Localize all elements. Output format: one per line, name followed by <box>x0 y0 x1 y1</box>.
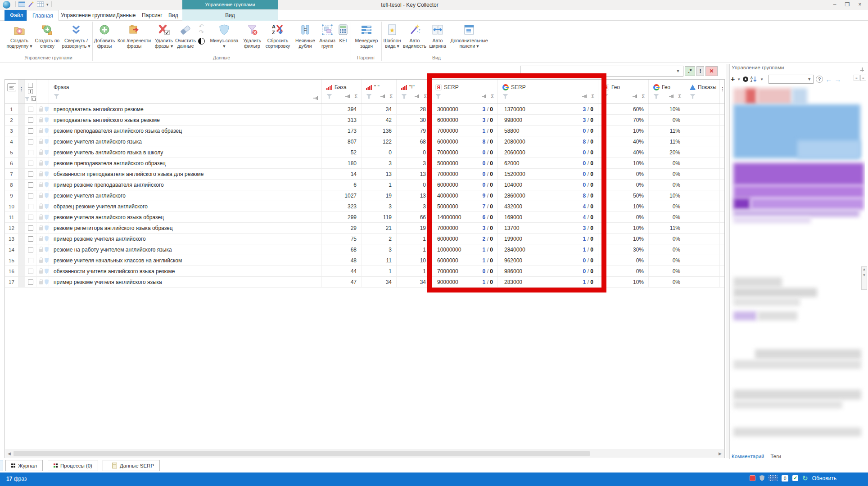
filter-funnel-icon[interactable] <box>326 94 332 99</box>
row-checkbox[interactable] <box>28 128 33 134</box>
base-header-cell[interactable]: База Σ <box>322 80 362 104</box>
row-checkbox[interactable] <box>28 215 33 220</box>
tab-home[interactable]: Главная <box>27 10 59 21</box>
row-checkbox[interactable] <box>28 107 33 112</box>
back-arrow-icon[interactable]: ← <box>825 76 832 83</box>
filter-funnel-icon[interactable] <box>603 94 609 99</box>
view-template-button[interactable]: ★ Шаблон вида ▾ <box>383 22 402 49</box>
refresh-button[interactable]: Обновить <box>812 475 836 482</box>
table-row[interactable]: 7обязанности преподавателя английского я… <box>5 169 724 180</box>
table-row[interactable]: 1преподаватель английского резюме3943428… <box>5 104 724 115</box>
regex-filter-button[interactable]: .* <box>685 66 695 76</box>
create-subgroup-button[interactable]: Создать подгруппу ▾ <box>5 22 33 49</box>
auto-width-button[interactable]: Авто ширина <box>428 22 448 49</box>
collapsed-tab-stub[interactable] <box>0 460 3 471</box>
task-manager-button[interactable]: Менеджер задач <box>353 22 380 49</box>
row-checkbox[interactable] <box>28 171 33 177</box>
table-row[interactable]: 9резюме учителя английского1027191340000… <box>5 190 724 201</box>
tab-serp-data[interactable]: Данные SERP <box>103 460 160 471</box>
scroll-right-icon[interactable]: ▶ <box>716 450 724 457</box>
add-group-button[interactable]: + <box>731 75 735 83</box>
sum-icon[interactable]: Σ <box>678 94 681 99</box>
row-checkbox[interactable] <box>28 236 33 242</box>
quick-access-dropdown-icon[interactable]: ▾ <box>46 2 49 7</box>
kei-button[interactable]: KEI <box>337 22 349 43</box>
redo-icon[interactable]: ↷ <box>199 29 204 35</box>
row-checkbox[interactable] <box>28 139 33 144</box>
filter-funnel-icon[interactable] <box>435 94 441 99</box>
quotes-header-cell[interactable]: " " Σ <box>362 80 397 104</box>
chevron-down-icon[interactable]: ▼ <box>760 77 764 81</box>
chevron-down-icon[interactable]: ▼ <box>807 77 811 81</box>
table-row[interactable]: 13пример резюме учителя английского75216… <box>5 234 724 244</box>
maximize-icon[interactable]: ❐ <box>841 0 854 9</box>
group-analysis-button[interactable]: Анализ групп <box>317 22 337 49</box>
row-checkbox[interactable] <box>28 150 33 155</box>
table-icon[interactable] <box>37 1 44 7</box>
table-row[interactable]: 4резюме учителя английского языка8071226… <box>5 136 724 147</box>
filter-funnel-icon[interactable] <box>653 94 659 99</box>
minimize-icon[interactable]: – <box>828 0 841 9</box>
row-checkbox[interactable] <box>28 204 33 209</box>
table-row[interactable]: 2преподаватель английского языка резюме3… <box>5 115 724 126</box>
filter-funnel-icon[interactable] <box>25 97 29 101</box>
contrast-icon[interactable] <box>198 38 205 45</box>
filter-funnel-icon[interactable] <box>366 94 372 99</box>
yandex-geo-header-cell[interactable]: ЯГео Σ <box>598 80 649 104</box>
tab-file[interactable]: Файл <box>5 10 29 21</box>
pin-icon[interactable] <box>415 93 420 99</box>
auto-visibility-button[interactable]: Авто видимость <box>402 22 427 49</box>
collapse-all-icon[interactable]: ≡ <box>854 75 859 81</box>
pin-icon[interactable] <box>633 93 638 99</box>
group-filter-combobox[interactable]: ▼ <box>769 75 814 84</box>
table-row[interactable]: 15резюме учителя начальных классов на ан… <box>5 255 724 266</box>
table-row[interactable]: 12резюме репетитора английского языка об… <box>5 223 724 234</box>
table-row[interactable]: 6резюме преподавателя английского образе… <box>5 158 724 169</box>
sum-icon[interactable]: Σ <box>389 94 393 99</box>
row-checkbox[interactable] <box>28 193 33 198</box>
google-serp-header-cell[interactable]: SERP Σ <box>498 80 598 104</box>
row-checkbox[interactable] <box>28 161 33 166</box>
clear-filter-button[interactable]: ✕ <box>705 66 718 76</box>
create-by-list-button[interactable]: Создать по списку <box>34 22 60 49</box>
filter-funnel-icon[interactable] <box>401 94 407 99</box>
sort-az-icon[interactable]: AZ <box>750 76 758 82</box>
pin-icon[interactable] <box>582 93 588 99</box>
sum-icon[interactable]: Σ <box>424 94 427 99</box>
pin-icon[interactable] <box>313 95 319 101</box>
clear-data-button[interactable]: Очистить данные <box>175 22 196 49</box>
sum-icon[interactable]: Σ <box>354 94 357 99</box>
tab-view[interactable]: Вид <box>163 10 184 21</box>
scrollbar-thumb[interactable] <box>14 451 590 456</box>
remove-filter-button[interactable]: Удалить фильтр <box>241 22 263 49</box>
table-row[interactable]: 8пример резюме преподавателя английского… <box>5 180 724 190</box>
impressions-header-cell[interactable]: Показы <box>685 80 720 104</box>
minus-words-button[interactable]: Минус-слова ▾ <box>208 22 240 49</box>
refresh-icon[interactable]: ↻ <box>802 475 808 482</box>
pin-icon[interactable] <box>860 66 864 74</box>
contextual-tab-view[interactable]: Вид <box>182 10 278 21</box>
row-checkbox[interactable] <box>28 247 33 252</box>
phrase-header-cell[interactable]: Фраза <box>49 80 322 104</box>
table-row[interactable]: 17пример резюме учителя английского язык… <box>5 277 724 288</box>
help-icon[interactable]: ? <box>816 76 823 83</box>
filter-funnel-icon[interactable] <box>690 94 696 99</box>
panel-scroll-widget[interactable]: ▲▼ <box>861 266 867 290</box>
row-checkbox[interactable] <box>28 279 33 285</box>
select-all-checkbox[interactable] <box>28 83 33 88</box>
implicit-duplicates-button[interactable]: Неявные дубли <box>293 22 317 49</box>
horizontal-scrollbar[interactable]: ◀ ▶ <box>5 450 724 457</box>
pin-icon[interactable] <box>380 93 386 99</box>
column-options-icon[interactable]: ⋮ <box>720 80 725 104</box>
add-phrases-button[interactable]: Добавить фразы <box>94 22 115 49</box>
row-checkbox[interactable] <box>28 225 33 231</box>
table-row[interactable]: 10образец резюме учителя английского3233… <box>5 201 724 212</box>
stop-icon[interactable] <box>750 475 755 481</box>
table-row[interactable]: 16обязанности учителя английского языка … <box>5 266 724 277</box>
scroll-left-icon[interactable]: ◀ <box>5 450 13 457</box>
google-geo-header-cell[interactable]: Гео Σ <box>649 80 685 104</box>
filter-funnel-icon[interactable] <box>54 94 59 99</box>
chevron-down-icon[interactable]: ▼ <box>676 68 680 73</box>
filter-funnel-icon[interactable] <box>502 94 508 99</box>
sum-icon[interactable]: Σ <box>642 94 645 99</box>
